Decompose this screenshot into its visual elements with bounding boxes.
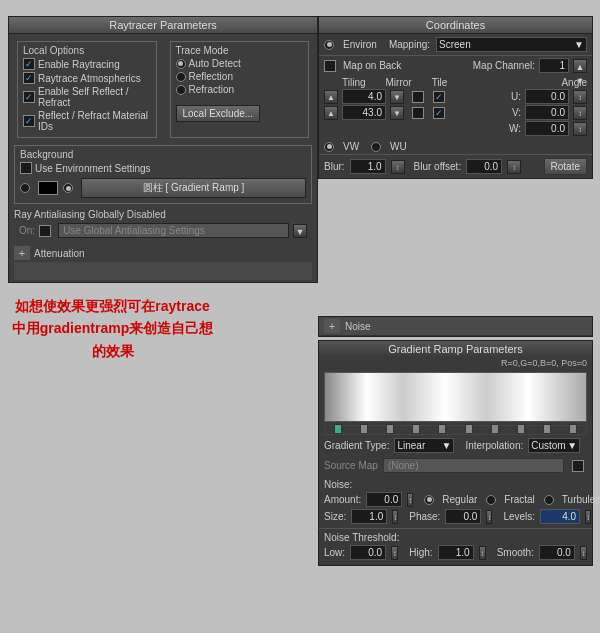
- source-map-checkbox[interactable]: [572, 460, 584, 472]
- antialiasing-label: Ray Antialiasing Globally Disabled: [14, 209, 312, 220]
- blur-arrows[interactable]: ↕: [391, 160, 405, 174]
- smooth-input[interactable]: [539, 545, 575, 560]
- environ-row: Environ Mapping: Screen ▼: [319, 34, 592, 56]
- high-arrows[interactable]: ↕: [479, 546, 486, 560]
- size-arrows[interactable]: ↕: [392, 510, 398, 524]
- coordinates-panel: Coordinates Environ Mapping: Screen ▼ Ma…: [318, 16, 593, 179]
- noise-amount-row: Amount: ↕ Regular Fractal Turbulence: [324, 492, 587, 507]
- self-reflect-checkbox[interactable]: [23, 91, 35, 103]
- blur-offset-input[interactable]: [466, 159, 502, 174]
- antialiasing-dropdown-arrow[interactable]: ▼: [293, 224, 307, 238]
- antialiasing-input[interactable]: [58, 223, 289, 238]
- gradient-stop-7[interactable]: [517, 424, 525, 434]
- angle-v-input[interactable]: [525, 105, 569, 120]
- gradient-ramp-button[interactable]: 圆柱 [ Gradient Ramp ]: [81, 178, 306, 198]
- auto-detect-label: Auto Detect: [189, 58, 241, 69]
- tiling-u-spinup[interactable]: ▲: [324, 90, 338, 104]
- noise-header: + Noise: [319, 317, 592, 336]
- reflection-radio[interactable]: [176, 72, 186, 82]
- map-channel-input[interactable]: [539, 58, 569, 73]
- vw-label: VW: [343, 141, 359, 152]
- source-map-input[interactable]: [383, 458, 564, 473]
- mirror-u-checkbox[interactable]: [412, 91, 424, 103]
- tile-v-checkbox[interactable]: [433, 107, 445, 119]
- fractal-radio[interactable]: [486, 495, 496, 505]
- map-on-back-checkbox[interactable]: [324, 60, 336, 72]
- angle-u-arrows[interactable]: ↕: [573, 90, 587, 104]
- high-input[interactable]: [438, 545, 474, 560]
- angle-w-arrows[interactable]: ↕: [573, 122, 587, 136]
- noise-expand-btn[interactable]: +: [324, 319, 340, 333]
- wu-radio[interactable]: [371, 142, 381, 152]
- gradient-stop-2[interactable]: [386, 424, 394, 434]
- angle-u-input[interactable]: [525, 89, 569, 104]
- smooth-arrows[interactable]: ↕: [580, 546, 587, 560]
- tile-u-checkbox[interactable]: [433, 91, 445, 103]
- tiling-v-row: ▲ ▼ V: ↕: [324, 105, 587, 120]
- gradient-type-select[interactable]: Linear ▼: [394, 438, 454, 453]
- phase-arrows[interactable]: ↕: [486, 510, 492, 524]
- gradient-preview: [324, 372, 587, 422]
- gradient-stop-3[interactable]: [412, 424, 420, 434]
- tiling-u-spindown[interactable]: ▼: [390, 90, 404, 104]
- angle-w-input[interactable]: [525, 121, 569, 136]
- low-label: Low:: [324, 547, 345, 558]
- raytrace-atmo-row: Raytrace Atmospherics: [23, 72, 151, 84]
- on-label: On:: [19, 225, 35, 236]
- mapping-label: Mapping:: [389, 39, 430, 50]
- blur-offset-arrows[interactable]: ↕: [507, 160, 521, 174]
- gradient-stop-5[interactable]: [465, 424, 473, 434]
- angle-v-arrows[interactable]: ↕: [573, 106, 587, 120]
- antialiasing-checkbox[interactable]: [39, 225, 51, 237]
- gradient-ramp-info: R=0,G=0,B=0, Pos=0: [319, 357, 592, 369]
- amount-label: Amount:: [324, 494, 361, 505]
- gradient-stop-9[interactable]: [569, 424, 577, 434]
- color-swatch[interactable]: [38, 181, 58, 195]
- amount-arrows[interactable]: ↕: [407, 493, 413, 507]
- local-exclude-button[interactable]: Local Exclude...: [176, 105, 261, 122]
- rotate-button[interactable]: Rotate: [544, 158, 587, 175]
- size-input[interactable]: [351, 509, 387, 524]
- phase-label: Phase:: [409, 511, 440, 522]
- gradient-stop-4[interactable]: [438, 424, 446, 434]
- bg-gradient-radio[interactable]: [63, 183, 73, 193]
- interpolation-label: Interpolation:: [465, 440, 523, 451]
- enable-raytracing-checkbox[interactable]: [23, 58, 35, 70]
- gradient-stop-8[interactable]: [543, 424, 551, 434]
- auto-detect-radio[interactable]: [176, 59, 186, 69]
- phase-input[interactable]: [445, 509, 481, 524]
- gradient-stop-1[interactable]: [360, 424, 368, 434]
- gradient-stop-6[interactable]: [491, 424, 499, 434]
- interpolation-select[interactable]: Custom ▼: [528, 438, 580, 453]
- map-channel-arrow[interactable]: ▲▼: [573, 59, 587, 73]
- bg-radio[interactable]: [20, 183, 30, 193]
- levels-input[interactable]: [540, 509, 580, 524]
- tiling-u-input[interactable]: [342, 89, 386, 104]
- material-ids-checkbox[interactable]: [23, 115, 35, 127]
- source-map-label: Source Map: [324, 460, 378, 471]
- tiling-v-spinup[interactable]: ▲: [324, 106, 338, 120]
- refraction-radio[interactable]: [176, 85, 186, 95]
- tiling-section: Tiling Mirror Tile Angle ▲ ▼ U: ↕ ▲ ▼ V:…: [319, 75, 592, 139]
- turbulence-radio[interactable]: [544, 495, 554, 505]
- levels-arrows[interactable]: ↕: [585, 510, 591, 524]
- uvw-row: VW WU: [319, 139, 592, 154]
- vw-radio[interactable]: [324, 142, 334, 152]
- mapping-select[interactable]: Screen ▼: [436, 37, 587, 52]
- tiling-v-spindown[interactable]: ▼: [390, 106, 404, 120]
- attenuation-plus-btn[interactable]: +: [14, 246, 30, 260]
- use-env-checkbox[interactable]: [20, 162, 32, 174]
- blur-input[interactable]: [350, 159, 386, 174]
- gradient-stop-0[interactable]: [334, 424, 342, 434]
- mirror-v-checkbox[interactable]: [412, 107, 424, 119]
- low-arrows[interactable]: ↕: [391, 546, 398, 560]
- environ-radio[interactable]: [324, 40, 334, 50]
- raytrace-atmo-checkbox[interactable]: [23, 72, 35, 84]
- low-input[interactable]: [350, 545, 386, 560]
- map-on-back-label: Map on Back: [343, 60, 401, 71]
- regular-radio[interactable]: [424, 495, 434, 505]
- background-label: Background: [20, 149, 306, 160]
- amount-input[interactable]: [366, 492, 402, 507]
- high-label: High:: [409, 547, 432, 558]
- tiling-v-input[interactable]: [342, 105, 386, 120]
